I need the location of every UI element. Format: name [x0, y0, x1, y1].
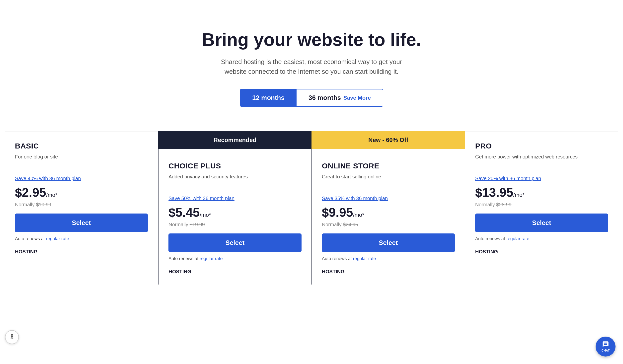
- plan-pro-select-button[interactable]: Select: [475, 214, 608, 232]
- plan-choice-plus-regular-rate-link[interactable]: regular rate: [200, 256, 223, 261]
- plan-choice-plus-select-button[interactable]: Select: [168, 233, 301, 252]
- plan-online-store-price: $9.95: [322, 205, 353, 220]
- plan-online-store-regular-rate-link[interactable]: regular rate: [353, 256, 376, 261]
- plan-pro: PRO Get more power with optimized web re…: [465, 132, 618, 285]
- plan-basic-period: /mo*: [46, 192, 57, 198]
- plan-basic-select-button[interactable]: Select: [15, 214, 148, 232]
- plan-choice-plus-save-link[interactable]: Save 50% with 36 month plan: [168, 196, 301, 201]
- term-toggle-container: 12 months 36 months Save More: [10, 89, 613, 107]
- plan-online-store-period: /mo*: [353, 212, 364, 218]
- plan-pro-description: Get more power with optimized web resour…: [475, 153, 608, 168]
- plan-online-store-auto-renew: Auto renews at regular rate: [322, 256, 455, 261]
- toggle-36months-label: 36 months: [309, 94, 341, 102]
- plan-online-store: New - 60% Off ONLINE STORE Great to star…: [312, 132, 465, 285]
- plan-choice-plus: Recommended CHOICE PLUS Added privacy an…: [158, 132, 312, 285]
- plan-basic: BASIC For one blog or site Save 40% with…: [5, 132, 158, 285]
- toggle-36months[interactable]: 36 months Save More: [297, 89, 383, 106]
- plan-online-store-price-row: $9.95 /mo*: [322, 205, 455, 220]
- plan-choice-plus-badge: Recommended: [158, 131, 312, 149]
- plan-basic-name: BASIC: [15, 142, 148, 150]
- plan-online-store-section-label: Hosting: [322, 269, 455, 275]
- plan-choice-plus-price: $5.45: [168, 205, 200, 220]
- plan-online-store-select-button[interactable]: Select: [322, 233, 455, 252]
- plan-online-store-name: ONLINE STORE: [322, 162, 455, 170]
- save-more-badge: Save More: [343, 95, 371, 101]
- svg-point-0: [11, 334, 13, 335]
- accessibility-button[interactable]: [5, 330, 19, 344]
- plan-online-store-save-link[interactable]: Save 35% with 36 month plan: [322, 196, 455, 201]
- plan-pro-period: /mo*: [513, 192, 525, 198]
- plan-choice-plus-auto-renew: Auto renews at regular rate: [168, 256, 301, 261]
- plan-basic-save-link[interactable]: Save 40% with 36 month plan: [15, 176, 148, 181]
- plan-pro-content: PRO Get more power with optimized web re…: [475, 142, 608, 255]
- plan-online-store-content: ONLINE STORE Great to start selling onli…: [322, 142, 455, 275]
- plan-basic-normal-price: Normally $10.99: [15, 202, 148, 208]
- plan-basic-auto-renew: Auto renews at regular rate: [15, 236, 148, 241]
- chat-button[interactable]: CHAT: [596, 337, 616, 357]
- chat-label: CHAT: [602, 349, 610, 352]
- page-wrapper: Bring your website to life. Shared hosti…: [0, 0, 623, 294]
- plan-choice-plus-normal-price: Normally $19.99: [168, 222, 301, 227]
- plan-pro-save-link[interactable]: Save 20% with 36 month plan: [475, 176, 608, 181]
- plan-pro-name: PRO: [475, 142, 608, 150]
- plan-pro-auto-renew: Auto renews at regular rate: [475, 236, 608, 241]
- plan-choice-plus-description: Added privacy and security features: [168, 173, 301, 188]
- accessibility-icon: [8, 334, 15, 341]
- plan-choice-plus-price-row: $5.45 /mo*: [168, 205, 301, 220]
- plans-section: BASIC For one blog or site Save 40% with…: [5, 132, 618, 285]
- plan-choice-plus-content: CHOICE PLUS Added privacy and security f…: [168, 142, 301, 275]
- plan-basic-content: BASIC For one blog or site Save 40% with…: [15, 142, 148, 255]
- plan-online-store-badge: New - 60% Off: [312, 131, 465, 149]
- plan-basic-description: For one blog or site: [15, 153, 148, 168]
- page-subtitle: Shared hosting is the easiest, most econ…: [212, 57, 411, 76]
- plan-pro-price-row: $13.95 /mo*: [475, 185, 608, 200]
- term-toggle-wrapper: 12 months 36 months Save More: [240, 89, 383, 107]
- plan-pro-section-label: Hosting: [475, 249, 608, 255]
- plan-basic-price-row: $2.95 /mo*: [15, 185, 148, 200]
- plan-online-store-normal-price: Normally $24.95: [322, 222, 455, 227]
- plan-basic-regular-rate-link[interactable]: regular rate: [46, 236, 69, 241]
- plan-basic-section-label: Hosting: [15, 249, 148, 255]
- plan-basic-price: $2.95: [15, 185, 46, 200]
- page-title: Bring your website to life.: [10, 30, 613, 50]
- plan-pro-normal-price: Normally $28.99: [475, 202, 608, 208]
- plan-pro-regular-rate-link[interactable]: regular rate: [506, 236, 529, 241]
- plan-choice-plus-name: CHOICE PLUS: [168, 162, 301, 170]
- plan-pro-price: $13.95: [475, 185, 513, 200]
- plan-choice-plus-section-label: Hosting: [168, 269, 301, 275]
- plan-choice-plus-period: /mo*: [200, 212, 211, 218]
- chat-icon: [602, 341, 609, 348]
- toggle-12months[interactable]: 12 months: [240, 89, 297, 106]
- plan-online-store-description: Great to start selling online: [322, 173, 455, 188]
- hero-section: Bring your website to life. Shared hosti…: [5, 15, 618, 132]
